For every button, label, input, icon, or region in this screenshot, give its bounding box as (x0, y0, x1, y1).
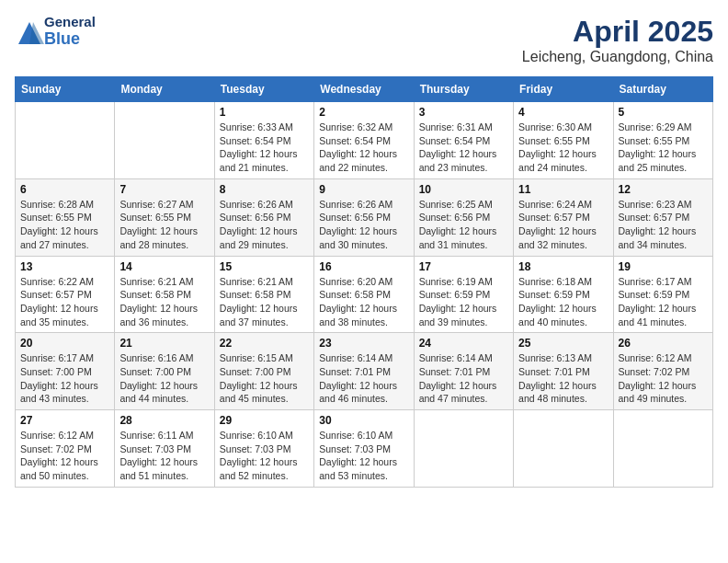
calendar-cell: 11Sunrise: 6:24 AMSunset: 6:57 PMDayligh… (514, 178, 613, 256)
day-detail: Sunrise: 6:14 AMSunset: 7:01 PMDaylight:… (419, 351, 508, 406)
logo-icon (15, 18, 40, 44)
calendar-header: SundayMondayTuesdayWednesdayThursdayFrid… (16, 77, 713, 102)
day-detail: Sunrise: 6:11 AMSunset: 7:03 PMDaylight:… (119, 429, 209, 483)
day-number: 24 (419, 337, 508, 350)
calendar-cell (613, 410, 712, 488)
day-detail: Sunrise: 6:10 AMSunset: 7:03 PMDaylight:… (319, 429, 408, 483)
day-number: 8 (220, 183, 309, 196)
header: General Blue April 2025 Leicheng, Guangd… (15, 15, 713, 65)
day-detail: Sunrise: 6:19 AMSunset: 6:59 PMDaylight:… (419, 275, 508, 329)
calendar-cell: 25Sunrise: 6:13 AMSunset: 7:01 PMDayligh… (514, 333, 613, 410)
day-detail: Sunrise: 6:12 AMSunset: 7:02 PMDaylight:… (619, 351, 708, 406)
day-detail: Sunrise: 6:32 AMSunset: 6:54 PMDaylight:… (319, 121, 408, 175)
day-detail: Sunrise: 6:17 AMSunset: 7:00 PMDaylight:… (20, 351, 109, 406)
week-row-4: 20Sunrise: 6:17 AMSunset: 7:00 PMDayligh… (16, 333, 713, 410)
week-row-1: 1Sunrise: 6:33 AMSunset: 6:54 PMDaylight… (16, 102, 713, 179)
calendar-cell: 16Sunrise: 6:20 AMSunset: 6:58 PMDayligh… (314, 256, 414, 333)
day-number: 9 (319, 183, 408, 196)
logo: General Blue (15, 15, 96, 48)
day-detail: Sunrise: 6:28 AMSunset: 6:55 PMDaylight:… (20, 198, 109, 252)
day-detail: Sunrise: 6:16 AMSunset: 7:00 PMDaylight:… (119, 351, 209, 406)
day-number: 27 (20, 414, 109, 427)
day-header-thursday: Thursday (414, 77, 513, 102)
calendar-cell: 1Sunrise: 6:33 AMSunset: 6:54 PMDaylight… (214, 102, 313, 179)
day-detail: Sunrise: 6:10 AMSunset: 7:03 PMDaylight:… (220, 429, 309, 483)
calendar-cell (16, 102, 115, 179)
day-number: 4 (518, 106, 608, 119)
day-number: 3 (419, 106, 508, 119)
calendar-cell: 15Sunrise: 6:21 AMSunset: 6:58 PMDayligh… (214, 256, 313, 333)
day-header-sunday: Sunday (16, 77, 115, 102)
day-detail: Sunrise: 6:22 AMSunset: 6:57 PMDaylight:… (20, 275, 109, 329)
calendar-cell: 12Sunrise: 6:23 AMSunset: 6:57 PMDayligh… (613, 178, 712, 256)
calendar-cell: 18Sunrise: 6:18 AMSunset: 6:59 PMDayligh… (514, 256, 613, 333)
calendar-cell: 7Sunrise: 6:27 AMSunset: 6:55 PMDaylight… (115, 178, 214, 256)
day-number: 10 (419, 183, 508, 196)
day-detail: Sunrise: 6:30 AMSunset: 6:55 PMDaylight:… (518, 121, 608, 175)
week-row-5: 27Sunrise: 6:12 AMSunset: 7:02 PMDayligh… (16, 410, 713, 488)
day-number: 14 (119, 260, 209, 273)
day-number: 2 (319, 106, 408, 119)
calendar-cell (514, 410, 613, 488)
day-number: 28 (119, 414, 209, 427)
calendar-cell: 8Sunrise: 6:26 AMSunset: 6:56 PMDaylight… (214, 178, 313, 256)
day-detail: Sunrise: 6:25 AMSunset: 6:56 PMDaylight:… (419, 198, 508, 252)
calendar-cell: 24Sunrise: 6:14 AMSunset: 7:01 PMDayligh… (414, 333, 513, 410)
calendar-table: SundayMondayTuesdayWednesdayThursdayFrid… (15, 76, 713, 488)
location-subtitle: Leicheng, Guangdong, China (522, 49, 713, 65)
day-number: 20 (20, 337, 109, 350)
day-detail: Sunrise: 6:12 AMSunset: 7:02 PMDaylight:… (20, 429, 109, 483)
day-detail: Sunrise: 6:21 AMSunset: 6:58 PMDaylight:… (119, 275, 209, 329)
calendar-cell: 28Sunrise: 6:11 AMSunset: 7:03 PMDayligh… (115, 410, 214, 488)
calendar-cell: 29Sunrise: 6:10 AMSunset: 7:03 PMDayligh… (214, 410, 313, 488)
day-detail: Sunrise: 6:29 AMSunset: 6:55 PMDaylight:… (619, 121, 708, 175)
calendar-cell: 2Sunrise: 6:32 AMSunset: 6:54 PMDaylight… (314, 102, 414, 179)
day-number: 22 (220, 337, 309, 350)
svg-marker-1 (29, 22, 44, 44)
day-header-monday: Monday (115, 77, 214, 102)
day-number: 25 (518, 337, 608, 350)
calendar-cell: 13Sunrise: 6:22 AMSunset: 6:57 PMDayligh… (16, 256, 115, 333)
day-number: 6 (20, 183, 109, 196)
week-row-3: 13Sunrise: 6:22 AMSunset: 6:57 PMDayligh… (16, 256, 713, 333)
day-number: 15 (220, 260, 309, 273)
day-detail: Sunrise: 6:18 AMSunset: 6:59 PMDaylight:… (518, 275, 608, 329)
day-detail: Sunrise: 6:17 AMSunset: 6:59 PMDaylight:… (619, 275, 708, 329)
day-number: 21 (119, 337, 209, 350)
calendar-cell: 20Sunrise: 6:17 AMSunset: 7:00 PMDayligh… (16, 333, 115, 410)
logo-text: General Blue (44, 15, 96, 48)
calendar-cell: 9Sunrise: 6:26 AMSunset: 6:56 PMDaylight… (314, 178, 414, 256)
day-detail: Sunrise: 6:21 AMSunset: 6:58 PMDaylight:… (220, 275, 309, 329)
calendar-cell (414, 410, 513, 488)
day-detail: Sunrise: 6:31 AMSunset: 6:54 PMDaylight:… (419, 121, 508, 175)
week-row-2: 6Sunrise: 6:28 AMSunset: 6:55 PMDaylight… (16, 178, 713, 256)
day-detail: Sunrise: 6:26 AMSunset: 6:56 PMDaylight:… (319, 198, 408, 252)
day-number: 23 (319, 337, 408, 350)
title-area: April 2025 Leicheng, Guangdong, China (522, 15, 713, 65)
calendar-cell: 3Sunrise: 6:31 AMSunset: 6:54 PMDaylight… (414, 102, 513, 179)
calendar-cell: 22Sunrise: 6:15 AMSunset: 7:00 PMDayligh… (214, 333, 313, 410)
calendar-cell: 17Sunrise: 6:19 AMSunset: 6:59 PMDayligh… (414, 256, 513, 333)
logo-blue: Blue (44, 30, 96, 49)
day-number: 5 (619, 106, 708, 119)
calendar-cell: 14Sunrise: 6:21 AMSunset: 6:58 PMDayligh… (115, 256, 214, 333)
calendar-body: 1Sunrise: 6:33 AMSunset: 6:54 PMDaylight… (16, 102, 713, 488)
calendar-cell: 27Sunrise: 6:12 AMSunset: 7:02 PMDayligh… (16, 410, 115, 488)
day-number: 30 (319, 414, 408, 427)
day-detail: Sunrise: 6:14 AMSunset: 7:01 PMDaylight:… (319, 351, 408, 406)
days-of-week-row: SundayMondayTuesdayWednesdayThursdayFrid… (16, 77, 713, 102)
day-detail: Sunrise: 6:23 AMSunset: 6:57 PMDaylight:… (619, 198, 708, 252)
day-header-tuesday: Tuesday (214, 77, 313, 102)
day-number: 1 (220, 106, 309, 119)
calendar-cell: 6Sunrise: 6:28 AMSunset: 6:55 PMDaylight… (16, 178, 115, 256)
calendar-cell: 10Sunrise: 6:25 AMSunset: 6:56 PMDayligh… (414, 178, 513, 256)
day-detail: Sunrise: 6:26 AMSunset: 6:56 PMDaylight:… (220, 198, 309, 252)
calendar-cell: 26Sunrise: 6:12 AMSunset: 7:02 PMDayligh… (613, 333, 712, 410)
calendar-cell: 23Sunrise: 6:14 AMSunset: 7:01 PMDayligh… (314, 333, 414, 410)
calendar-cell (115, 102, 214, 179)
day-number: 18 (518, 260, 608, 273)
calendar-cell: 19Sunrise: 6:17 AMSunset: 6:59 PMDayligh… (613, 256, 712, 333)
calendar-cell: 5Sunrise: 6:29 AMSunset: 6:55 PMDaylight… (613, 102, 712, 179)
day-number: 13 (20, 260, 109, 273)
day-detail: Sunrise: 6:20 AMSunset: 6:58 PMDaylight:… (319, 275, 408, 329)
